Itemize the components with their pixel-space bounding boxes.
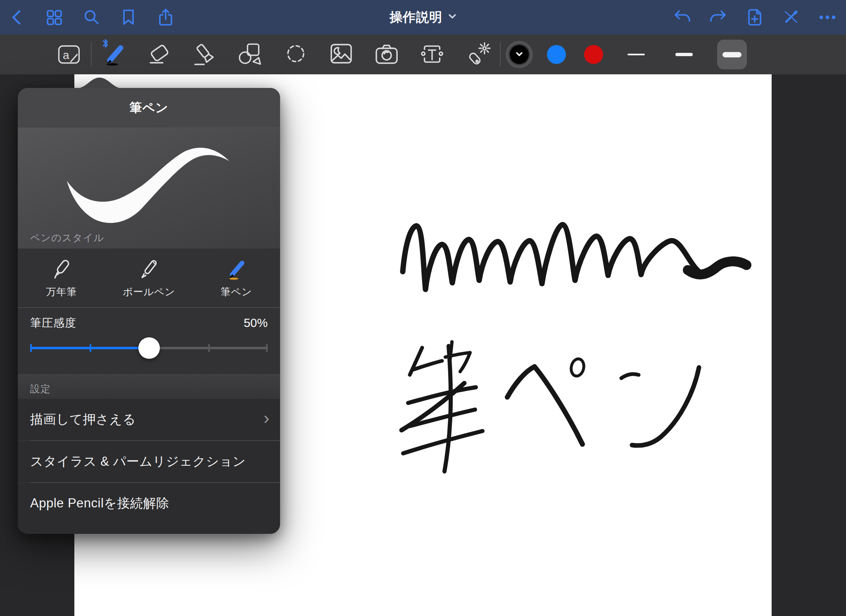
slider-tick-25 [90, 344, 91, 352]
undo-button[interactable] [673, 8, 692, 27]
pen-style-brush-selected[interactable]: 筆ペン [192, 249, 280, 307]
pressure-section: 筆圧感度 50% [18, 308, 280, 374]
pressure-label: 筆圧感度 [30, 315, 76, 330]
slider-tick-100 [266, 344, 268, 352]
search-button[interactable] [82, 8, 101, 27]
fountain-pen-icon [49, 257, 74, 282]
menu-item-label: 描画して押さえる [30, 411, 136, 428]
svg-text:a: a [63, 48, 69, 62]
redo-icon [709, 9, 727, 25]
laser-pointer-tool[interactable] [464, 40, 491, 69]
text-icon [419, 42, 445, 67]
image-tool[interactable] [328, 40, 354, 69]
ballpoint-pen-icon [137, 257, 162, 282]
share-button[interactable] [156, 8, 175, 27]
editing-toggle-button[interactable] [782, 8, 801, 27]
shapes-icon [237, 41, 264, 68]
menu-item-label: Apple Pencilを接続解除 [30, 495, 169, 512]
eraser-icon [146, 41, 173, 68]
pen-slash-icon [782, 9, 800, 26]
camera-tool[interactable] [373, 40, 400, 69]
popover-arrow [76, 76, 123, 88]
workspace: 筆ペン ペンのスタイル 万年筆 [0, 74, 846, 616]
medium-line-icon [675, 53, 693, 56]
pen-style-row: 万年筆 ボールペン [18, 249, 280, 307]
tool-bar: a [0, 35, 846, 74]
brush-pen-icon [224, 257, 249, 282]
redo-button[interactable] [709, 8, 728, 27]
color-swatch-red[interactable] [584, 45, 603, 64]
pen-style-label: 筆ペン [221, 285, 252, 299]
thin-line-icon [627, 54, 645, 55]
bluetooth-icon [102, 38, 109, 50]
back-button[interactable] [7, 8, 26, 27]
chevron-down-icon [448, 14, 456, 21]
ellipsis-icon [818, 14, 836, 20]
popover-header: 筆ペン [18, 88, 280, 128]
pen-style-label: 万年筆 [46, 285, 77, 299]
image-icon [328, 42, 354, 67]
undo-icon [673, 9, 691, 25]
lasso-tool[interactable] [283, 40, 309, 69]
shapes-tool[interactable] [237, 40, 264, 69]
more-options-button[interactable] [818, 8, 837, 27]
settings-section-header: 設定 [18, 374, 280, 399]
camera-icon [373, 43, 400, 66]
thickness-thin[interactable] [621, 40, 651, 69]
pen-style-fountain[interactable]: 万年筆 [18, 249, 105, 307]
eraser-tool[interactable] [146, 40, 173, 69]
convert-text-icon: a [55, 42, 82, 67]
menu-item-stylus-palm-rejection[interactable]: スタイラス & パームリジェクション [18, 441, 280, 482]
thumbnails-button[interactable] [45, 8, 64, 27]
stroke-preview: ペンのスタイル [18, 128, 280, 249]
popover-title: 筆ペン [129, 100, 168, 116]
page-title: 操作説明 [390, 9, 442, 26]
pen-style-section-label: ペンのスタイル [30, 231, 104, 244]
top-navigation-bar: 操作説明 [0, 0, 846, 35]
color-swatch-blue[interactable] [547, 45, 566, 64]
slider-tick-0 [30, 344, 32, 352]
thickness-thick-selected[interactable] [717, 40, 747, 69]
slider-thumb[interactable] [138, 337, 160, 359]
pen-settings-popover: 筆ペン ペンのスタイル 万年筆 [18, 88, 280, 534]
pen-style-label: ボールペン [123, 285, 175, 299]
highlighter-icon [192, 41, 218, 68]
handwriting-fudepen [388, 322, 719, 562]
convert-handwriting-tool[interactable]: a [55, 40, 82, 69]
handwriting-scribble [392, 219, 756, 306]
share-icon [157, 8, 174, 27]
settings-label: 設定 [30, 382, 51, 396]
pen-style-ballpoint[interactable]: ボールペン [105, 249, 193, 307]
laser-pointer-icon [464, 41, 491, 68]
text-tool[interactable] [419, 40, 445, 69]
slider-tick-75 [208, 344, 210, 352]
color-swatch-black-selected[interactable] [510, 45, 529, 64]
add-page-icon [746, 8, 763, 27]
pen-tool-selected[interactable] [101, 40, 127, 69]
chevron-down-icon [516, 51, 523, 58]
bookmark-button[interactable] [119, 8, 138, 27]
pressure-value: 50% [244, 316, 268, 330]
menu-item-disconnect-apple-pencil[interactable]: Apple Pencilを接続解除 [18, 483, 280, 534]
menu-item-label: スタイラス & パームリジェクション [30, 453, 246, 470]
pressure-slider[interactable] [30, 334, 268, 362]
add-page-button[interactable] [745, 8, 764, 27]
brush-stroke-preview-swoosh [18, 128, 280, 249]
chevron-right-icon: › [264, 410, 269, 427]
document-title-button[interactable]: 操作説明 [390, 0, 456, 35]
highlighter-tool[interactable] [192, 40, 218, 69]
toolbar-separator [500, 43, 501, 66]
grid-icon [45, 9, 63, 26]
menu-item-draw-and-hold[interactable]: 描画して押さえる › [18, 399, 280, 440]
thickness-medium[interactable] [669, 40, 699, 69]
search-icon [83, 9, 100, 26]
bookmark-icon [121, 8, 136, 26]
back-chevron-icon [9, 8, 25, 26]
lasso-icon [283, 41, 309, 68]
toolbar-separator [91, 43, 92, 66]
thick-line-icon [722, 52, 741, 57]
